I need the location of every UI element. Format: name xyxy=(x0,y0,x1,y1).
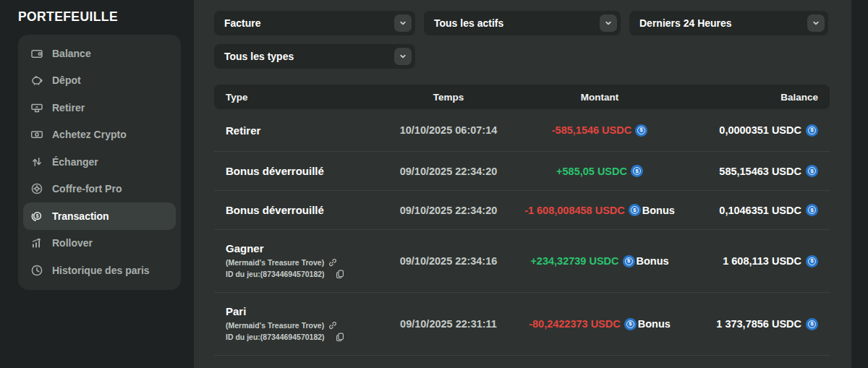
coin-transaction-icon: $ xyxy=(30,209,44,223)
sidebar-item-coffre-fort-pro[interactable]: Coffre-fort Pro xyxy=(23,176,176,203)
transaction-type: Retirer xyxy=(226,124,359,137)
game-id: ID du jeu:(87344694570182) xyxy=(226,331,325,343)
dropdown-value: Tous les types xyxy=(224,51,294,62)
sidebar-item-label: Achetez Crypto xyxy=(52,129,127,140)
sidebar-item-historique-des-paris[interactable]: Historique des paris xyxy=(23,257,176,284)
wallet-icon xyxy=(30,46,44,61)
transaction-type-cell: Retirer xyxy=(214,124,359,137)
game-name: (Mermaid's Treasure Trove) xyxy=(226,257,324,268)
transaction-amount: -1 608,008458 USDC Bonus xyxy=(524,204,675,216)
dropdown-value: Tous les actifs xyxy=(434,17,503,29)
usdc-icon xyxy=(806,165,818,177)
transaction-balance: 1 608,113 USDC xyxy=(723,255,830,268)
column-header-balance: Balance xyxy=(780,92,830,103)
column-header-temps: Temps xyxy=(433,92,464,103)
game-id: ID du jeu:(87344694570182) xyxy=(226,268,325,280)
svg-text:$: $ xyxy=(36,213,39,219)
transaction-type-cell: Pari (Mermaid's Treasure Trove) ID du je… xyxy=(214,305,359,343)
transaction-amount: +585,05 USDC xyxy=(556,165,643,177)
transaction-time: 10/10/2025 06:07:14 xyxy=(400,124,498,136)
transaction-amount: -80,2422373 USDC Bonus xyxy=(529,318,671,330)
transaction-type-cell: Bonus déverrouillé xyxy=(214,204,359,216)
transaction-amount: +234,32739 USDC Bonus xyxy=(530,255,668,268)
transaction-time: 09/10/2025 22:34:20 xyxy=(400,205,498,216)
chevron-down-icon[interactable] xyxy=(394,48,412,65)
filters-row-2: Tous les types xyxy=(214,44,830,69)
bar-chart-icon xyxy=(30,236,44,250)
copy-icon[interactable] xyxy=(336,333,344,341)
table-body: Retirer 10/10/2025 06:07:14 -585,1546 US… xyxy=(214,109,830,356)
dropdown-value: Facture xyxy=(224,17,261,29)
transactions-table: Type Temps Montant Balance Retirer 10/10… xyxy=(214,85,830,356)
dropdown-value: Derniers 24 Heures xyxy=(639,17,732,29)
sidebar-item-label: Historique des paris xyxy=(52,265,150,276)
filters-row-1: Facture Tous les actifs Derniers 24 Heur… xyxy=(214,11,830,35)
piggy-bank-icon xyxy=(30,73,44,87)
usdc-icon xyxy=(635,124,647,137)
amount-value: -1 608,008458 USDC xyxy=(524,205,625,216)
usdc-icon xyxy=(806,204,818,216)
filter-types-dropdown[interactable]: Tous les types xyxy=(214,44,415,69)
sidebar-item-echanger[interactable]: Échanger xyxy=(23,148,176,176)
usdc-icon xyxy=(806,124,818,137)
usdc-icon xyxy=(806,318,818,330)
sidebar-item-depot[interactable]: Dêpot xyxy=(23,67,176,95)
copy-icon[interactable] xyxy=(336,270,344,278)
main-content: Facture Tous les actifs Derniers 24 Heur… xyxy=(194,0,851,368)
sidebar-item-label: Rollover xyxy=(52,237,93,249)
clock-icon xyxy=(30,263,44,278)
filter-period-dropdown[interactable]: Derniers 24 Heures xyxy=(629,11,828,35)
amount-value: +585,05 USDC xyxy=(556,166,627,177)
sidebar-item-rollover[interactable]: Rollover xyxy=(23,230,176,257)
amount-value: +234,32739 USDC xyxy=(530,255,618,267)
table-row: Pari (Mermaid's Treasure Trove) ID du je… xyxy=(214,293,830,356)
sidebar-item-label: Balance xyxy=(52,48,91,59)
chevron-down-icon[interactable] xyxy=(807,14,825,32)
transaction-type: Gagner xyxy=(226,242,359,254)
chevron-down-icon[interactable] xyxy=(394,14,412,32)
bonus-tag: Bonus xyxy=(638,318,671,330)
right-gutter xyxy=(851,0,868,368)
link-icon[interactable] xyxy=(328,258,337,267)
filter-assets-dropdown[interactable]: Tous les actifs xyxy=(424,11,621,35)
sidebar-item-transaction[interactable]: $ Transaction xyxy=(23,202,176,230)
sidebar: PORTEFEUILLE Balance Dêpot Retirer Achet… xyxy=(0,0,194,368)
table-row: Bonus déverrouillé 09/10/2025 22:34:20 +… xyxy=(214,152,830,191)
transaction-type: Pari xyxy=(226,305,359,317)
sidebar-item-label: Échanger xyxy=(52,156,98,168)
usdc-icon xyxy=(631,165,643,177)
transaction-balance: 1 373,7856 USDC xyxy=(716,318,830,330)
sidebar-item-label: Dêpot xyxy=(52,74,81,86)
filter-facture-dropdown[interactable]: Facture xyxy=(214,11,415,35)
balance-value: 0,0000351 USDC xyxy=(719,124,801,136)
sidebar-item-balance[interactable]: Balance xyxy=(23,40,176,67)
sidebar-item-label: Retirer xyxy=(52,102,85,114)
transaction-balance: 0,0000351 USDC xyxy=(719,124,830,137)
swap-arrows-icon xyxy=(30,155,44,169)
amount-value: -585,1546 USDC xyxy=(552,124,631,136)
balance-value: 1 608,113 USDC xyxy=(723,255,801,267)
chevron-down-icon[interactable] xyxy=(600,14,617,32)
bonus-tag: Bonus xyxy=(642,205,675,216)
transaction-balance: 0,1046351 USDC xyxy=(719,204,830,216)
balance-value: 1 373,7856 USDC xyxy=(716,318,801,330)
transaction-time: 09/10/2025 22:34:16 xyxy=(400,255,498,267)
table-row: Retirer 10/10/2025 06:07:14 -585,1546 US… xyxy=(214,109,830,152)
column-header-montant: Montant xyxy=(581,92,618,103)
game-details: (Mermaid's Treasure Trove) ID du jeu:(87… xyxy=(226,320,359,343)
transaction-time: 09/10/2025 22:31:11 xyxy=(400,318,497,330)
transaction-type-cell: Bonus déverrouillé xyxy=(214,165,359,177)
link-icon[interactable] xyxy=(328,321,337,330)
table-row: Bonus déverrouillé 09/10/2025 22:34:20 -… xyxy=(214,191,830,230)
game-details: (Mermaid's Treasure Trove) ID du jeu:(87… xyxy=(226,257,359,281)
column-header-type: Type xyxy=(214,92,359,103)
usdc-icon xyxy=(629,204,641,216)
sidebar-item-achetez-crypto[interactable]: Achetez Crypto xyxy=(23,121,176,149)
vault-icon xyxy=(30,181,44,196)
transaction-time: 09/10/2025 22:34:20 xyxy=(400,166,498,177)
balance-value: 585,15463 USDC xyxy=(719,166,801,177)
withdraw-icon xyxy=(30,100,44,115)
game-name: (Mermaid's Treasure Trove) xyxy=(226,320,324,331)
transaction-type-cell: Gagner (Mermaid's Treasure Trove) ID du … xyxy=(214,242,359,281)
sidebar-item-retirer[interactable]: Retirer xyxy=(23,94,176,121)
